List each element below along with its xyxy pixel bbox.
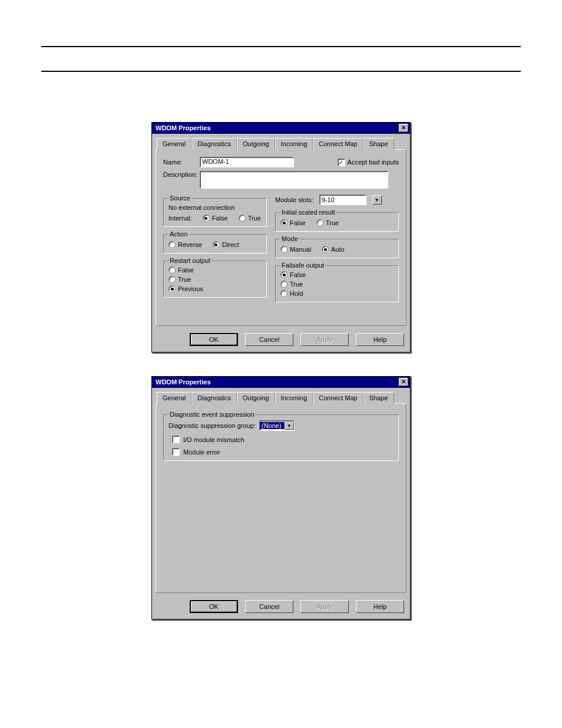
no-external-connection-text: No external connection: [168, 204, 262, 211]
button-bar: OK Cancel Apply Help: [152, 330, 410, 352]
failsafe-legend: Failsafe output: [280, 262, 325, 269]
tab-shape[interactable]: Shape: [363, 138, 394, 150]
initial-scaled-legend: Initial scaled result: [280, 209, 336, 216]
restart-false[interactable]: False: [168, 266, 262, 274]
action-group: Action Reverse Direct: [163, 230, 267, 253]
diagnostics-legend: Diagnostic event suppression: [168, 411, 256, 418]
module-slots-select[interactable]: 9-10: [319, 195, 366, 205]
diagnostic-suppression-group-select[interactable]: (None) ▼: [259, 420, 295, 431]
tab-connect-map[interactable]: Connect Map: [313, 392, 363, 404]
action-legend: Action: [168, 230, 189, 238]
cancel-button[interactable]: Cancel: [245, 600, 293, 613]
tab-body-general: Name: WDOM-1 ✓ Accept bad inputs Descrip…: [156, 149, 406, 326]
tab-outgoing[interactable]: Outgoing: [237, 138, 275, 150]
module-slots-label: Module slots:: [275, 196, 313, 203]
source-group: Source No external connection Internal: …: [163, 195, 267, 227]
tab-diagnostics[interactable]: Diagnostics: [191, 138, 237, 150]
module-error-checkbox[interactable]: [172, 448, 180, 456]
close-icon[interactable]: ✕: [399, 378, 408, 386]
accept-bad-inputs-label: Accept bad inputs: [348, 159, 399, 166]
chevron-down-icon[interactable]: ▼: [372, 195, 382, 205]
tab-connect-map[interactable]: Connect Map: [313, 138, 363, 150]
tabstrip: General Diagnostics Outgoing Incoming Co…: [152, 388, 410, 403]
tab-general[interactable]: General: [157, 392, 191, 404]
ok-button[interactable]: OK: [190, 333, 238, 346]
failsafe-output-group: Failsafe output False True Hold: [275, 262, 399, 302]
help-button[interactable]: Help: [356, 600, 404, 613]
action-reverse[interactable]: Reverse: [168, 241, 202, 248]
description-field[interactable]: [200, 171, 388, 189]
diagnostic-suppression-group-label: Diagnostic suppression group:: [168, 422, 256, 429]
apply-button[interactable]: Apply: [300, 600, 349, 613]
wdom-properties-dialog-general: WDOM Properties ✕ General Diagnostics Ou…: [151, 122, 411, 353]
tab-outgoing[interactable]: Outgoing: [237, 392, 275, 404]
mode-manual[interactable]: Manual: [280, 246, 311, 253]
name-label: Name:: [163, 159, 200, 166]
tab-body-diagnostics: Diagnostic event suppression Diagnostic …: [156, 403, 406, 593]
tab-shape[interactable]: Shape: [363, 392, 394, 404]
close-icon[interactable]: ✕: [399, 124, 408, 132]
name-field[interactable]: WDOM-1: [200, 157, 294, 167]
accept-bad-inputs-checkbox[interactable]: ✓: [338, 159, 345, 166]
tab-incoming[interactable]: Incoming: [275, 138, 313, 150]
initial-scaled-false[interactable]: False: [280, 219, 306, 226]
description-label: Description:: [163, 171, 200, 178]
dialog-title: WDOM Properties: [156, 124, 211, 131]
chevron-down-icon[interactable]: ▼: [285, 421, 294, 430]
button-bar: OK Cancel Apply Help: [152, 597, 410, 619]
initial-scaled-true[interactable]: True: [316, 219, 339, 226]
module-error-label: Module error: [183, 449, 220, 456]
mode-group: Mode Manual Auto: [275, 235, 399, 258]
tab-incoming[interactable]: Incoming: [275, 392, 313, 404]
header-rule: [41, 46, 521, 47]
io-module-mismatch-label: I/O module mismatch: [183, 436, 244, 443]
failsafe-true[interactable]: True: [280, 281, 394, 288]
help-button[interactable]: Help: [356, 333, 404, 346]
tab-general[interactable]: General: [157, 138, 191, 150]
restart-legend: Restart output: [168, 257, 211, 264]
apply-button[interactable]: Apply: [300, 333, 349, 346]
restart-true[interactable]: True: [168, 276, 262, 283]
action-direct[interactable]: Direct: [213, 241, 239, 248]
wdom-properties-dialog-diagnostics: WDOM Properties ✕ General Diagnostics Ou…: [151, 376, 411, 620]
ok-button[interactable]: OK: [190, 600, 238, 613]
failsafe-hold[interactable]: Hold: [280, 290, 394, 297]
titlebar: WDOM Properties ✕: [152, 377, 410, 388]
header-rule-2: [41, 71, 521, 72]
dialog-title: WDOM Properties: [156, 378, 211, 386]
source-internal-false[interactable]: False: [203, 215, 228, 222]
source-legend: Source: [168, 195, 191, 202]
tabstrip: General Diagnostics Outgoing Incoming Co…: [152, 134, 410, 149]
source-internal-true[interactable]: True: [239, 215, 261, 222]
restart-previous[interactable]: Previous: [168, 285, 262, 292]
failsafe-false[interactable]: False: [280, 271, 394, 278]
cancel-button[interactable]: Cancel: [245, 333, 293, 346]
restart-output-group: Restart output False True Previous: [163, 257, 267, 298]
tab-diagnostics[interactable]: Diagnostics: [191, 392, 237, 404]
internal-label: Internal:: [168, 215, 192, 222]
mode-auto[interactable]: Auto: [322, 246, 345, 253]
mode-legend: Mode: [280, 235, 299, 242]
titlebar: WDOM Properties ✕: [152, 123, 410, 134]
diagnostic-event-suppression-group: Diagnostic event suppression Diagnostic …: [163, 411, 399, 461]
initial-scaled-result-group: Initial scaled result False True: [275, 209, 399, 232]
io-module-mismatch-checkbox[interactable]: [172, 436, 180, 443]
